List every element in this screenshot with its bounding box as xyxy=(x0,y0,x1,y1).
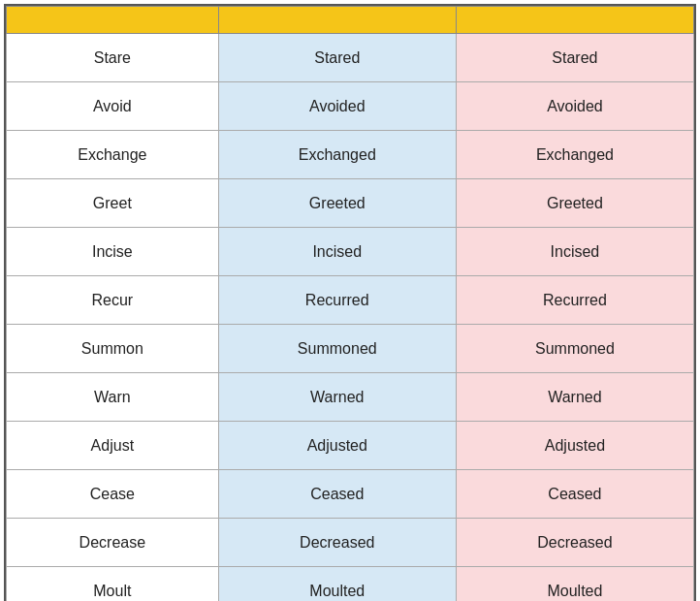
cell-r4-c1: Incised xyxy=(218,228,456,276)
cell-r6-c2: Summoned xyxy=(456,325,693,373)
cell-r2-c1: Exchanged xyxy=(218,131,456,179)
cell-r1-c1: Avoided xyxy=(218,82,456,131)
cell-r5-c0: Recur xyxy=(7,276,219,325)
cell-r10-c2: Decreased xyxy=(456,519,693,567)
table-row: AvoidAvoidedAvoided xyxy=(7,82,694,131)
cell-r0-c1: Stared xyxy=(218,34,456,82)
table-row: GreetGreetedGreeted xyxy=(7,179,694,228)
cell-r8-c2: Adjusted xyxy=(456,422,693,470)
cell-r0-c2: Stared xyxy=(456,34,693,82)
cell-r11-c2: Moulted xyxy=(456,567,693,602)
cell-r2-c2: Exchanged xyxy=(456,131,693,179)
cell-r10-c0: Decrease xyxy=(7,519,219,567)
col-header-3 xyxy=(456,7,693,34)
cell-r5-c2: Recurred xyxy=(456,276,693,325)
table-row: MoultMoultedMoulted xyxy=(7,567,694,602)
cell-r7-c0: Warn xyxy=(7,373,219,422)
col-header-1 xyxy=(7,7,219,34)
cell-r5-c1: Recurred xyxy=(218,276,456,325)
cell-r11-c0: Moult xyxy=(7,567,219,602)
cell-r3-c2: Greeted xyxy=(456,179,693,228)
verb-table-wrapper: StareStaredStaredAvoidAvoidedAvoidedExch… xyxy=(4,4,696,601)
table-row: CeaseCeasedCeased xyxy=(7,470,694,519)
table-row: WarnWarnedWarned xyxy=(7,373,694,422)
cell-r3-c0: Greet xyxy=(7,179,219,228)
cell-r4-c0: Incise xyxy=(7,228,219,276)
table-row: DecreaseDecreasedDecreased xyxy=(7,519,694,567)
cell-r8-c1: Adjusted xyxy=(218,422,456,470)
cell-r7-c1: Warned xyxy=(218,373,456,422)
cell-r4-c2: Incised xyxy=(456,228,693,276)
col-header-2 xyxy=(218,7,456,34)
header-row xyxy=(7,7,694,34)
cell-r6-c0: Summon xyxy=(7,325,219,373)
cell-r9-c2: Ceased xyxy=(456,470,693,519)
cell-r1-c0: Avoid xyxy=(7,82,219,131)
table-row: StareStaredStared xyxy=(7,34,694,82)
cell-r0-c0: Stare xyxy=(7,34,219,82)
cell-r10-c1: Decreased xyxy=(218,519,456,567)
cell-r6-c1: Summoned xyxy=(218,325,456,373)
cell-r11-c1: Moulted xyxy=(218,567,456,602)
table-row: AdjustAdjustedAdjusted xyxy=(7,422,694,470)
cell-r2-c0: Exchange xyxy=(7,131,219,179)
verb-table: StareStaredStaredAvoidAvoidedAvoidedExch… xyxy=(6,6,694,601)
cell-r7-c2: Warned xyxy=(456,373,693,422)
table-row: RecurRecurredRecurred xyxy=(7,276,694,325)
cell-r9-c1: Ceased xyxy=(218,470,456,519)
cell-r3-c1: Greeted xyxy=(218,179,456,228)
table-row: ExchangeExchangedExchanged xyxy=(7,131,694,179)
cell-r9-c0: Cease xyxy=(7,470,219,519)
cell-r8-c0: Adjust xyxy=(7,422,219,470)
table-row: SummonSummonedSummoned xyxy=(7,325,694,373)
cell-r1-c2: Avoided xyxy=(456,82,693,131)
table-row: InciseIncisedIncised xyxy=(7,228,694,276)
